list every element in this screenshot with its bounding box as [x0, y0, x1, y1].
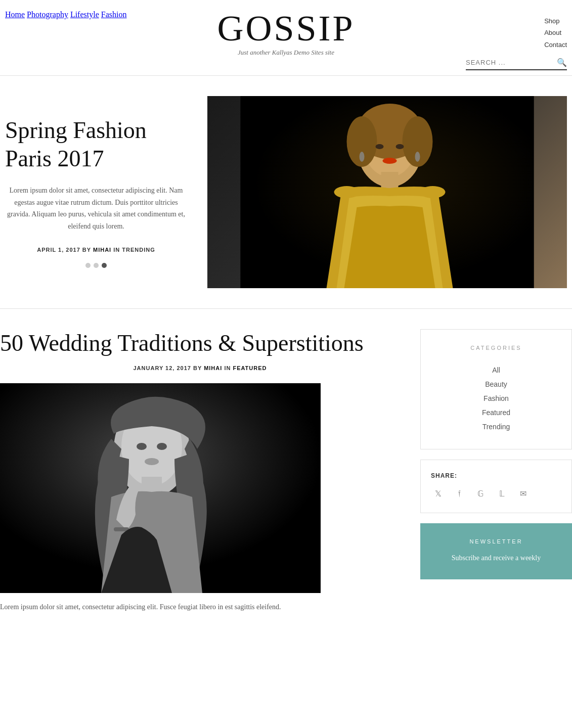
svg-point-12: [360, 152, 365, 162]
site-logo: GOSSIP: [217, 10, 355, 47]
hero-title: Spring Fashion Paris 2017: [5, 116, 187, 172]
article-area: 50 Wedding Traditions & Superstitions JA…: [0, 329, 400, 613]
svg-point-14: [383, 158, 397, 164]
category-all[interactable]: All: [431, 363, 561, 377]
newsletter-box: NEWSLETTER Subscribe and receive a weekl…: [420, 523, 572, 579]
article-title: 50 Wedding Traditions & Superstitions: [0, 329, 400, 357]
nav-home[interactable]: Home: [5, 10, 25, 19]
site-header: Home Photography Lifestyle Fashion GOSSI…: [0, 0, 572, 76]
category-fashion[interactable]: Fashion: [431, 391, 561, 405]
hero-slider: Spring Fashion Paris 2017 Lorem ipsum do…: [0, 76, 572, 308]
nav-contact[interactable]: Contact: [544, 39, 567, 51]
nav-shop[interactable]: Shop: [544, 15, 567, 27]
article-category[interactable]: FEATURED: [233, 365, 267, 371]
search-area: 🔍: [466, 56, 567, 70]
header-right: Shop About Contact 🔍: [466, 10, 567, 70]
newsletter-text: Subscribe and receive a weekly: [430, 553, 562, 564]
nav-photography[interactable]: Photography: [27, 10, 68, 19]
svg-rect-7: [381, 172, 399, 190]
svg-point-10: [376, 144, 384, 149]
pinterest-icon[interactable]: 𝕃: [495, 486, 509, 500]
svg-point-22: [145, 458, 159, 465]
hero-illustration: [207, 96, 567, 288]
article-author[interactable]: MIHAI: [204, 365, 222, 371]
hero-meta: APRIL 1, 2017 by MIHAI in TRENDING: [5, 247, 187, 253]
newsletter-title: NEWSLETTER: [430, 538, 562, 544]
nav-right: Shop About Contact: [544, 13, 567, 51]
hero-dot-3[interactable]: [102, 263, 107, 268]
main-content: 50 Wedding Traditions & Superstitions JA…: [0, 309, 572, 613]
nav-left: Home Photography Lifestyle Fashion: [5, 10, 126, 19]
hero-dot-1[interactable]: [85, 263, 91, 268]
article-illustration: [0, 383, 321, 593]
categories-title: CATEGORIES: [431, 345, 561, 351]
hero-by: by: [82, 247, 93, 253]
svg-point-13: [415, 152, 420, 162]
email-icon[interactable]: ✉: [516, 486, 530, 500]
hero-excerpt: Lorem ipsum dolor sit amet, consectetur …: [5, 185, 187, 233]
hero-category[interactable]: TRENDING: [122, 247, 155, 253]
category-featured[interactable]: Featured: [431, 405, 561, 420]
svg-point-20: [137, 443, 147, 450]
article-image: [0, 383, 321, 593]
facebook-icon[interactable]: 𝔣: [452, 486, 466, 500]
hero-dots: [5, 263, 187, 268]
categories-inner: CATEGORIES All Beauty Fashion Featured T…: [421, 330, 571, 449]
hero-dot-2[interactable]: [94, 263, 99, 268]
category-trending[interactable]: Trending: [431, 420, 561, 434]
site-logo-area: GOSSIP Just another Kallyas Demo Sites s…: [217, 10, 355, 57]
categories-box: CATEGORIES All Beauty Fashion Featured T…: [420, 329, 572, 449]
nav-about[interactable]: About: [544, 27, 567, 38]
google-plus-icon[interactable]: 𝔾: [473, 486, 488, 500]
share-label: SHARE:: [431, 472, 561, 479]
svg-point-9: [420, 186, 446, 198]
hero-in: in: [113, 247, 122, 253]
svg-point-21: [157, 443, 167, 450]
category-list: All Beauty Fashion Featured Trending: [431, 363, 561, 434]
nav-fashion[interactable]: Fashion: [101, 10, 127, 19]
search-input[interactable]: [466, 59, 557, 66]
svg-point-11: [396, 144, 404, 149]
hero-image: [207, 96, 567, 288]
article-excerpt: Lorem ipsum dolor sit amet, consectetur …: [0, 601, 400, 613]
hero-author[interactable]: MIHAI: [93, 247, 111, 253]
article-date: JANUARY 12, 2017: [133, 365, 191, 371]
article-by: by: [193, 365, 204, 371]
nav-lifestyle[interactable]: Lifestyle: [70, 10, 99, 19]
site-tagline: Just another Kallyas Demo Sites site: [217, 49, 355, 57]
share-box: SHARE: 𝕏 𝔣 𝔾 𝕃 ✉: [420, 460, 572, 513]
search-button[interactable]: 🔍: [557, 58, 567, 67]
article-in: in: [224, 365, 233, 371]
share-icons: 𝕏 𝔣 𝔾 𝕃 ✉: [431, 486, 561, 500]
article-meta: JANUARY 12, 2017 by MIHAI in FEATURED: [0, 365, 400, 371]
hero-date: APRIL 1, 2017: [37, 247, 80, 253]
sidebar: CATEGORIES All Beauty Fashion Featured T…: [400, 329, 572, 613]
category-beauty[interactable]: Beauty: [431, 377, 561, 391]
twitter-icon[interactable]: 𝕏: [431, 486, 445, 500]
hero-text-area: Spring Fashion Paris 2017 Lorem ipsum do…: [5, 116, 197, 268]
svg-point-8: [334, 186, 360, 198]
